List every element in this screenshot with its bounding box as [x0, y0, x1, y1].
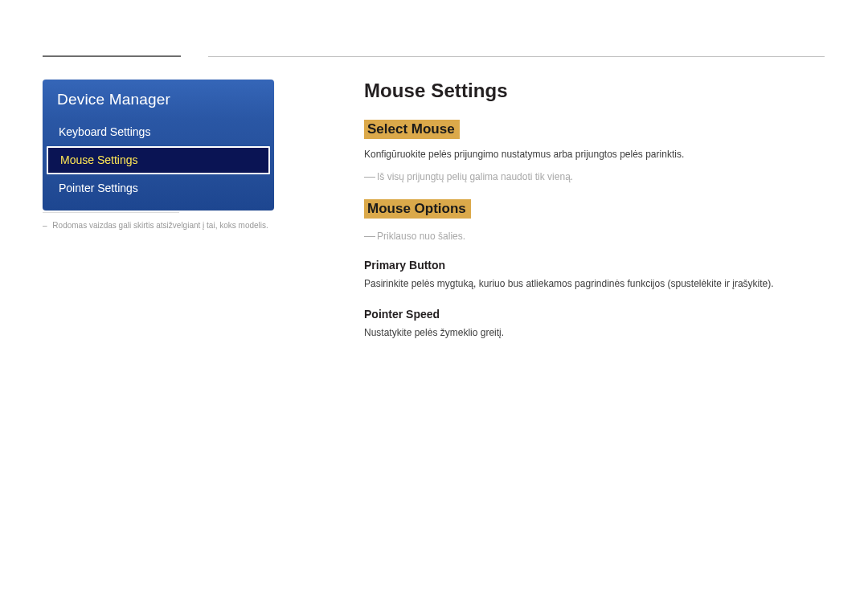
section-heading-select-mouse: Select Mouse	[364, 120, 460, 139]
select-mouse-note: ―Iš visų prijungtų pelių galima naudoti …	[364, 167, 825, 185]
footnote-divider	[43, 212, 179, 213]
footnote-text: Rodomas vaizdas gali skirtis atsižvelgia…	[52, 221, 268, 230]
pointer-speed-body: Nustatykite pelės žymeklio greitį.	[364, 325, 825, 341]
section-heading-mouse-options: Mouse Options	[364, 199, 471, 219]
subhead-pointer-speed: Pointer Speed	[364, 308, 825, 321]
mouse-options-note: ―Priklauso nuo šalies.	[364, 227, 825, 244]
header-short-bar	[43, 55, 181, 57]
section-select-mouse: Select Mouse Konfigūruokite pelės prijun…	[364, 120, 825, 185]
panel-bottom-spacer	[43, 202, 274, 210]
footnote-dash-icon: –	[43, 221, 47, 230]
header-long-rule	[208, 56, 825, 57]
select-mouse-body: Konfigūruokite pelės prijungimo nustatym…	[364, 147, 825, 162]
page-title: Mouse Settings	[364, 80, 825, 102]
device-manager-panel: Device Manager Keyboard Settings Mouse S…	[43, 80, 274, 210]
main-content: Mouse Settings Select Mouse Konfigūruoki…	[364, 80, 825, 352]
primary-button-body: Pasirinkite pelės mygtuką, kuriuo bus at…	[364, 276, 825, 292]
panel-title: Device Manager	[43, 80, 274, 118]
panel-item-pointer-settings[interactable]: Pointer Settings	[43, 174, 274, 202]
select-mouse-note-text: Iš visų prijungtų pelių galima naudoti t…	[377, 171, 573, 182]
panel-item-keyboard-settings[interactable]: Keyboard Settings	[43, 118, 274, 146]
note-dash-icon: ―	[364, 167, 377, 185]
subhead-primary-button: Primary Button	[364, 259, 825, 272]
section-mouse-options: Mouse Options ―Priklauso nuo šalies. Pri…	[364, 199, 825, 341]
footnote: – Rodomas vaizdas gali skirtis atsižvelg…	[43, 220, 308, 231]
panel-item-mouse-settings[interactable]: Mouse Settings	[47, 146, 270, 174]
spacer	[364, 296, 825, 304]
mouse-options-note-text: Priklauso nuo šalies.	[377, 231, 465, 242]
note-dash-icon: ―	[364, 227, 377, 244]
